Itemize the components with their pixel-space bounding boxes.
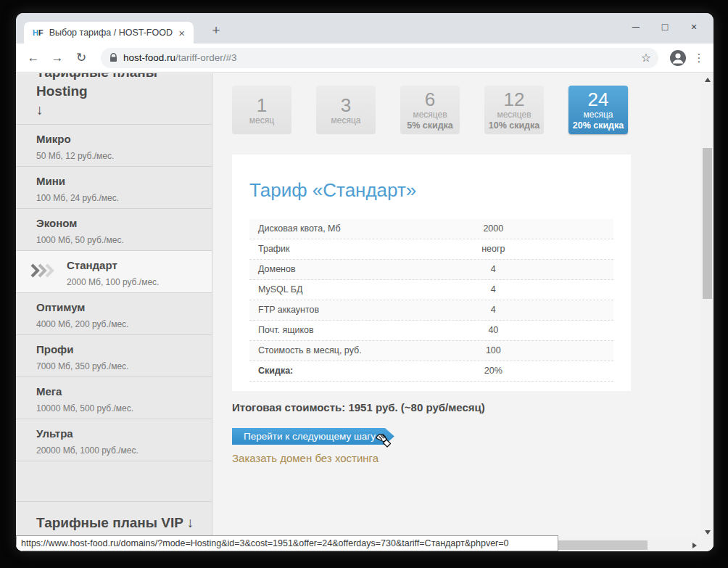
url-host: host-food.ru bbox=[123, 52, 175, 63]
tab-close-icon[interactable]: × bbox=[175, 27, 188, 39]
profile-avatar-icon[interactable] bbox=[669, 49, 687, 67]
minimize-button[interactable]: ─ bbox=[626, 17, 645, 36]
main-content: 1 месяц 3 месяца 6 месяцев 5% скидка 12 … bbox=[212, 73, 701, 539]
month-option-3[interactable]: 3 месяца bbox=[316, 86, 376, 134]
reload-button[interactable]: ↻ bbox=[71, 48, 91, 68]
favicon-letter-f: F bbox=[38, 28, 44, 37]
row-label: Стоимость в месяц, руб. bbox=[258, 345, 362, 355]
bookmark-star-icon[interactable]: ☆ bbox=[641, 51, 651, 65]
address-bar[interactable]: host-food.ru/tariff-order/#3 ☆ bbox=[101, 48, 658, 68]
month-label: месяца bbox=[584, 110, 613, 120]
sidebar-empty-row bbox=[16, 461, 212, 501]
plan-title: Мини bbox=[36, 174, 204, 189]
row-value: 4 bbox=[460, 284, 526, 295]
sidebar-item-profi[interactable]: Профи 7000 Мб, 350 руб./мес. bbox=[16, 334, 212, 376]
row-label: Трафик bbox=[258, 244, 290, 254]
month-number: 6 bbox=[425, 89, 435, 110]
scrollbar-corner bbox=[701, 539, 713, 551]
browser-toolbar: ← → ↻ host-food.ru/tariff-order/#3 ☆ ⋮ bbox=[16, 44, 713, 73]
total-price-text: Итоговая стоимость: 1951 руб. (~80 руб/м… bbox=[232, 401, 485, 413]
scroll-down-arrow-icon[interactable] bbox=[705, 530, 711, 535]
sidebar-item-econom[interactable]: Эконом 1000 Мб, 50 руб./мес. bbox=[16, 208, 212, 250]
month-label: месяцев bbox=[497, 110, 531, 120]
next-step-button[interactable]: Перейти к следующему шагу bbox=[232, 428, 394, 445]
month-number: 3 bbox=[341, 95, 351, 115]
sidebar-header-vip: Тарифные планы VIP ↓ bbox=[16, 501, 212, 539]
table-row: FTP аккаунтов 4 bbox=[249, 300, 613, 321]
sidebar-item-mini[interactable]: Мини 100 Мб, 24 руб./мес. bbox=[16, 166, 212, 208]
month-discount: 20% скидка bbox=[573, 120, 624, 131]
table-row: Почт. ящиков 40 bbox=[249, 321, 613, 341]
month-label: месяцев bbox=[413, 110, 447, 120]
tab-title: Выбор тарифа / HOST-FOOD bbox=[49, 28, 176, 38]
month-number: 12 bbox=[504, 89, 525, 110]
maximize-button[interactable]: □ bbox=[655, 17, 674, 36]
row-value: 100 bbox=[460, 345, 526, 355]
table-row: Дисковая квота, Мб 2000 bbox=[249, 219, 613, 239]
new-tab-button[interactable]: + bbox=[206, 20, 226, 41]
forward-button[interactable]: → bbox=[47, 48, 67, 68]
plan-desc: 4000 Мб, 200 руб./мес. bbox=[36, 318, 204, 330]
row-value: 20% bbox=[460, 366, 526, 376]
close-button[interactable]: × bbox=[684, 17, 703, 36]
tariff-card: Тариф «Стандарт» Дисковая квота, Мб 2000… bbox=[232, 155, 631, 391]
scroll-up-arrow-icon[interactable] bbox=[705, 78, 711, 82]
vertical-scrollbar[interactable] bbox=[701, 73, 713, 539]
table-row: Трафик неогр bbox=[249, 239, 613, 260]
table-row: MySQL БД 4 bbox=[249, 280, 613, 300]
plan-desc: 10000 Мб, 500 руб./мес. bbox=[36, 403, 204, 414]
row-value: 4 bbox=[460, 264, 526, 274]
month-option-6[interactable]: 6 месяцев 5% скидка bbox=[400, 86, 460, 134]
plan-title: Ультра bbox=[36, 427, 204, 441]
sidebar-item-micro[interactable]: Микро 50 Мб, 12 руб./мес. bbox=[16, 124, 212, 166]
row-label: Доменов bbox=[258, 264, 296, 274]
plan-title: Микро bbox=[36, 132, 204, 147]
month-option-1[interactable]: 1 месяц bbox=[232, 86, 291, 134]
month-number: 1 bbox=[257, 95, 267, 115]
browser-menu-icon[interactable]: ⋮ bbox=[692, 52, 706, 65]
tab-strip: HF Выбор тарифа / HOST-FOOD × + ─ □ × bbox=[16, 13, 713, 44]
browser-window: HF Выбор тарифа / HOST-FOOD × + ─ □ × ← … bbox=[16, 13, 713, 551]
sidebar-item-standart-selected[interactable]: Стандарт 2000 Мб, 100 руб./мес. bbox=[16, 250, 212, 292]
month-option-24-selected[interactable]: 24 месяца 20% скидка bbox=[568, 86, 628, 134]
plan-desc: 7000 Мб, 350 руб./мес. bbox=[36, 361, 204, 372]
row-label: Дисковая квота, Мб bbox=[258, 223, 341, 234]
row-value: 4 bbox=[460, 305, 526, 315]
month-label: месяца bbox=[331, 115, 361, 125]
scroll-right-arrow-icon[interactable] bbox=[692, 543, 697, 548]
month-selector: 1 месяц 3 месяца 6 месяцев 5% скидка 12 … bbox=[232, 86, 628, 134]
status-bar-url: https://www.host-food.ru/domains/?mode=H… bbox=[16, 535, 558, 551]
plan-title: Стандарт bbox=[67, 258, 204, 273]
favicon-letter-h: H bbox=[33, 28, 38, 37]
sidebar-header-hosting: Тарифные планы Hosting ↓ bbox=[16, 73, 212, 124]
sidebar-header-hosting-text: Тарифные планы Hosting bbox=[36, 73, 157, 99]
sidebar-item-optimum[interactable]: Оптимум 4000 Мб, 200 руб./мес. bbox=[16, 292, 212, 334]
plan-desc: 1000 Мб, 50 руб./мес. bbox=[36, 234, 204, 246]
vertical-scroll-thumb[interactable] bbox=[703, 148, 712, 299]
lock-icon bbox=[109, 53, 117, 62]
month-option-12[interactable]: 12 месяцев 10% скидка bbox=[484, 86, 544, 134]
sidebar-item-ultra[interactable]: Ультра 20000 Мб, 1000 руб./мес. bbox=[16, 419, 212, 461]
back-button[interactable]: ← bbox=[23, 48, 44, 68]
plan-title: Мега bbox=[36, 384, 204, 399]
url-path: /tariff-order/#3 bbox=[175, 52, 237, 63]
row-value: 2000 bbox=[460, 223, 526, 234]
month-number: 24 bbox=[588, 89, 609, 110]
plan-desc: 100 Мб, 24 руб./мес. bbox=[36, 192, 204, 204]
page-viewport: Тарифные планы Hosting ↓ Микро 50 Мб, 12… bbox=[16, 73, 713, 551]
row-value: 40 bbox=[460, 325, 526, 335]
browser-tab[interactable]: HF Выбор тарифа / HOST-FOOD × bbox=[24, 22, 194, 44]
month-discount: 10% скидка bbox=[489, 120, 540, 131]
month-label: месяц bbox=[249, 115, 274, 125]
plan-desc: 2000 Мб, 100 руб./мес. bbox=[67, 276, 204, 288]
order-domain-link[interactable]: Заказать домен без хостинга bbox=[232, 452, 379, 464]
row-value: неогр bbox=[460, 244, 526, 254]
table-row: Стоимость в месяц, руб. 100 bbox=[249, 341, 613, 361]
tariff-title: Тариф «Стандарт» bbox=[249, 179, 613, 201]
plan-desc: 50 Мб, 12 руб./мес. bbox=[36, 150, 204, 162]
tariff-table: Дисковая квота, Мб 2000 Трафик неогр Дом… bbox=[249, 219, 613, 382]
sidebar-item-mega[interactable]: Мега 10000 Мб, 500 руб./мес. bbox=[16, 376, 212, 419]
row-label: Почт. ящиков bbox=[258, 325, 314, 335]
table-row-discount: Скидка: 20% bbox=[249, 361, 613, 382]
selected-chevrons-icon bbox=[30, 263, 55, 281]
